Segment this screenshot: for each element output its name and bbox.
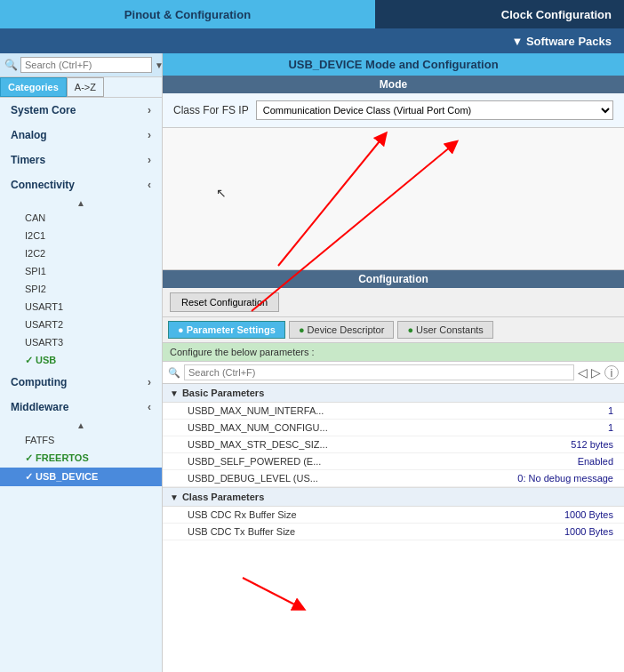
- param-row[interactable]: USBD_SELF_POWERED (E... Enabled: [163, 453, 624, 470]
- param-row[interactable]: USBD_MAX_NUM_CONFIGU... 1: [163, 420, 624, 436]
- param-name: USBD_DEBUG_LEVEL (US...: [188, 473, 517, 484]
- chevron-left-icon: ‹: [148, 401, 151, 413]
- info-icon[interactable]: i: [604, 365, 619, 380]
- param-value: 1: [608, 422, 613, 433]
- sidebar-section-system-core[interactable]: System Core ›: [0, 98, 162, 123]
- sidebar-section-computing[interactable]: Computing ›: [0, 370, 162, 395]
- chevron-right-icon: ›: [148, 104, 151, 116]
- sidebar-item-usb[interactable]: ✓ USB: [0, 351, 162, 370]
- expand-icon: ▼: [170, 492, 179, 502]
- sidebar-item-i2c1[interactable]: I2C1: [0, 227, 162, 244]
- prev-nav-icon[interactable]: ◁: [578, 365, 588, 380]
- param-value: 512 bytes: [571, 439, 613, 450]
- search-icon: 🔍: [4, 59, 18, 71]
- main-title: USB_DEVICE Mode and Configuration: [163, 53, 624, 76]
- software-packs-bar[interactable]: ▼ Software Packs: [0, 28, 624, 53]
- chevron-right-icon: ›: [148, 129, 151, 141]
- diagram-area: ↖: [163, 128, 624, 270]
- reset-config-button[interactable]: Reset Configuration: [170, 292, 279, 312]
- param-row[interactable]: USB CDC Tx Buffer Size 1000 Bytes: [163, 524, 624, 540]
- check-icon: ●: [407, 324, 413, 335]
- sidebar-item-spi1[interactable]: SPI1: [0, 262, 162, 280]
- tab-atoz[interactable]: A->Z: [67, 77, 104, 97]
- sidebar-search-input[interactable]: [20, 57, 152, 73]
- param-value: 0: No debug message: [517, 473, 613, 484]
- sidebar-item-usart1[interactable]: USART1: [0, 298, 162, 316]
- param-row[interactable]: USBD_DEBUG_LEVEL (US... 0: No debug mess…: [163, 470, 624, 487]
- param-name: USBD_MAX_NUM_CONFIGU...: [188, 422, 608, 433]
- svg-line-0: [278, 137, 383, 266]
- sidebar-item-usart3[interactable]: USART3: [0, 333, 162, 351]
- chevron-right-icon: ›: [148, 154, 151, 166]
- tab-user-constants[interactable]: ● User Constants: [397, 321, 492, 339]
- param-value: 1: [608, 405, 613, 416]
- scroll-up-middleware[interactable]: ▲: [0, 420, 162, 431]
- chevron-right-icon: ›: [148, 376, 151, 388]
- param-value: Enabled: [578, 456, 613, 467]
- sidebar-section-middleware[interactable]: Middleware ‹: [0, 395, 162, 420]
- search-icon: 🔍: [168, 367, 180, 379]
- param-row[interactable]: USBD_MAX_STR_DESC_SIZ... 512 bytes: [163, 436, 624, 453]
- expand-icon: ▼: [170, 388, 179, 398]
- tab-categories[interactable]: Categories: [0, 77, 67, 97]
- class-params-header[interactable]: ▼ Class Parameters: [163, 487, 624, 507]
- sidebar-item-can[interactable]: CAN: [0, 209, 162, 227]
- configure-hint: Configure the below parameters :: [163, 343, 624, 362]
- class-for-fs-label: Class For FS IP: [173, 104, 249, 116]
- param-name: USB CDC Tx Buffer Size: [188, 526, 564, 537]
- param-name: USBD_MAX_NUM_INTERFA...: [188, 405, 608, 416]
- mode-bar: Mode: [163, 76, 624, 93]
- tab-parameter-settings[interactable]: ● Parameter Settings: [168, 321, 285, 339]
- dropdown-icon[interactable]: ▼: [155, 60, 163, 70]
- next-nav-icon[interactable]: ▷: [591, 365, 601, 380]
- sidebar-item-spi2[interactable]: SPI2: [0, 280, 162, 298]
- main-content: USB_DEVICE Mode and Configuration Mode C…: [163, 53, 624, 672]
- clock-config-tab[interactable]: Clock Configuration: [375, 0, 624, 28]
- param-row[interactable]: USBD_MAX_NUM_INTERFA... 1: [163, 403, 624, 420]
- sidebar-item-i2c2[interactable]: I2C2: [0, 244, 162, 262]
- tab-device-descriptor[interactable]: ● Device Descriptor: [289, 321, 394, 339]
- sidebar-section-timers[interactable]: Timers ›: [0, 148, 162, 172]
- param-name: USBD_MAX_STR_DESC_SIZ...: [188, 439, 571, 450]
- check-icon: ●: [299, 324, 305, 335]
- param-name: USBD_SELF_POWERED (E...: [188, 456, 578, 467]
- basic-params-header[interactable]: ▼ Basic Parameters: [163, 384, 624, 403]
- param-value: 1000 Bytes: [564, 509, 613, 520]
- params-search-input[interactable]: [184, 364, 574, 380]
- sidebar-item-fatfs[interactable]: FATFS: [0, 431, 162, 449]
- check-icon: ●: [178, 324, 184, 335]
- chevron-left-icon: ‹: [148, 179, 151, 191]
- sidebar-item-freertos[interactable]: ✓ FREERTOS: [0, 449, 162, 468]
- sidebar-item-usb-device[interactable]: ✓ USB_DEVICE: [0, 468, 162, 486]
- param-row[interactable]: USB CDC Rx Buffer Size 1000 Bytes: [163, 507, 624, 524]
- param-name: USB CDC Rx Buffer Size: [188, 509, 564, 520]
- sidebar-section-analog[interactable]: Analog ›: [0, 123, 162, 148]
- scroll-up-indicator[interactable]: ▲: [0, 197, 162, 209]
- sidebar-section-connectivity[interactable]: Connectivity ‹: [0, 172, 162, 197]
- config-bar: Configuration: [163, 270, 624, 288]
- class-for-fs-select[interactable]: Communication Device Class (Virtual Port…: [256, 100, 613, 120]
- params-list: ▼ Basic Parameters USBD_MAX_NUM_INTERFA.…: [163, 384, 624, 672]
- param-value: 1000 Bytes: [564, 526, 613, 537]
- sidebar: 🔍 ▼ ⚙ Categories A->Z System Core › A: [0, 53, 163, 672]
- pinout-config-tab[interactable]: Pinout & Configuration: [0, 0, 375, 28]
- sidebar-item-usart2[interactable]: USART2: [0, 316, 162, 333]
